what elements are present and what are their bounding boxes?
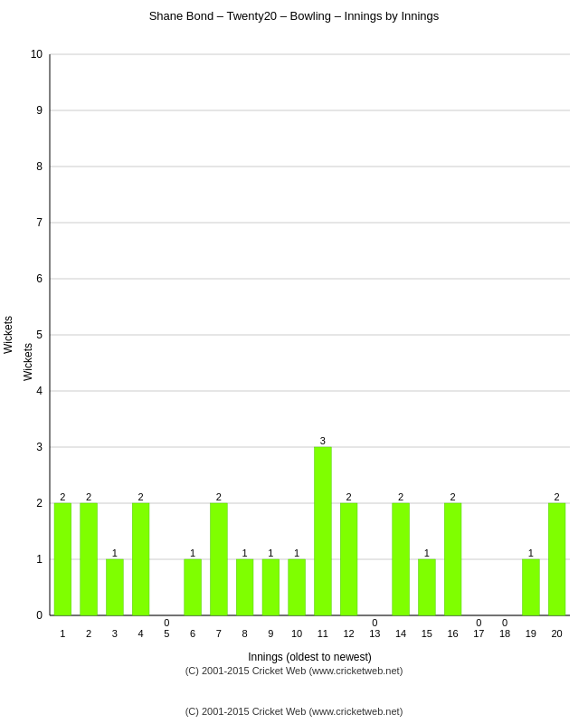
svg-rect-35 (132, 503, 149, 615)
svg-text:1: 1 (36, 553, 43, 566)
svg-text:8: 8 (242, 628, 248, 639)
svg-text:(C) 2001-2015 Cricket Web (www: (C) 2001-2015 Cricket Web (www.cricketwe… (185, 665, 403, 676)
svg-text:2: 2 (138, 491, 144, 502)
svg-text:0: 0 (164, 617, 169, 628)
svg-text:13: 13 (369, 628, 380, 639)
svg-rect-69 (444, 503, 461, 615)
svg-rect-32 (107, 559, 124, 615)
svg-text:18: 18 (499, 628, 510, 639)
svg-text:1: 1 (60, 628, 65, 639)
svg-text:15: 15 (422, 628, 432, 639)
svg-text:10: 10 (31, 48, 43, 61)
svg-text:2: 2 (398, 491, 403, 502)
svg-rect-58 (340, 503, 357, 615)
svg-text:20: 20 (552, 628, 563, 639)
svg-rect-76 (523, 559, 540, 615)
svg-text:1: 1 (528, 548, 534, 558)
svg-text:3: 3 (112, 628, 118, 639)
chart-container: Shane Bond – Twenty20 – Bowling – Inning… (0, 0, 588, 724)
svg-text:0: 0 (476, 617, 481, 628)
svg-text:1: 1 (242, 548, 248, 558)
svg-text:Wickets: Wickets (2, 316, 14, 354)
svg-rect-49 (262, 559, 280, 615)
svg-text:8: 8 (36, 160, 43, 173)
svg-text:9: 9 (268, 628, 273, 639)
svg-text:9: 9 (36, 104, 43, 117)
svg-text:11: 11 (318, 628, 328, 639)
svg-rect-29 (81, 503, 98, 615)
svg-rect-79 (548, 503, 565, 615)
svg-text:12: 12 (344, 628, 355, 639)
svg-text:1: 1 (424, 548, 430, 558)
svg-text:7: 7 (216, 628, 222, 639)
svg-text:7: 7 (36, 216, 43, 229)
svg-text:4: 4 (138, 628, 144, 639)
svg-text:1: 1 (294, 548, 299, 558)
chart-title: Shane Bond – Twenty20 – Bowling – Inning… (0, 0, 588, 27)
svg-text:16: 16 (448, 628, 459, 639)
svg-text:2: 2 (346, 491, 352, 502)
svg-rect-26 (54, 503, 71, 615)
svg-text:2: 2 (555, 491, 560, 502)
svg-rect-55 (315, 447, 332, 615)
svg-text:14: 14 (395, 628, 406, 639)
svg-text:1: 1 (190, 548, 195, 558)
svg-rect-46 (236, 559, 253, 615)
svg-text:5: 5 (36, 329, 43, 341)
svg-text:5: 5 (164, 628, 169, 639)
svg-text:2: 2 (216, 491, 222, 502)
svg-rect-52 (289, 559, 306, 615)
svg-rect-66 (419, 559, 436, 615)
svg-text:3: 3 (36, 441, 43, 453)
svg-text:Innings (oldest to newest): Innings (oldest to newest) (248, 651, 372, 663)
svg-text:10: 10 (291, 628, 302, 639)
svg-text:1: 1 (112, 548, 118, 558)
svg-text:2: 2 (86, 491, 91, 502)
svg-text:6: 6 (190, 628, 195, 639)
svg-text:2: 2 (86, 628, 91, 639)
footer-text: (C) 2001-2015 Cricket Web (www.cricketwe… (0, 706, 588, 717)
svg-rect-43 (211, 503, 228, 615)
svg-text:2: 2 (60, 491, 65, 502)
svg-text:2: 2 (450, 491, 456, 502)
y-axis-label: Wickets (22, 343, 34, 381)
svg-text:0: 0 (372, 617, 377, 628)
svg-text:0: 0 (36, 609, 43, 622)
svg-text:3: 3 (320, 435, 326, 446)
svg-rect-63 (393, 503, 410, 615)
svg-text:0: 0 (502, 617, 507, 628)
svg-text:17: 17 (473, 628, 484, 639)
svg-text:4: 4 (36, 385, 43, 397)
bar-chart: 012345678910Wickets212213240516271819110… (0, 27, 588, 679)
svg-text:1: 1 (268, 548, 273, 558)
svg-rect-40 (185, 559, 202, 615)
svg-text:6: 6 (36, 272, 43, 285)
svg-text:19: 19 (526, 628, 536, 639)
svg-text:2: 2 (36, 497, 43, 510)
